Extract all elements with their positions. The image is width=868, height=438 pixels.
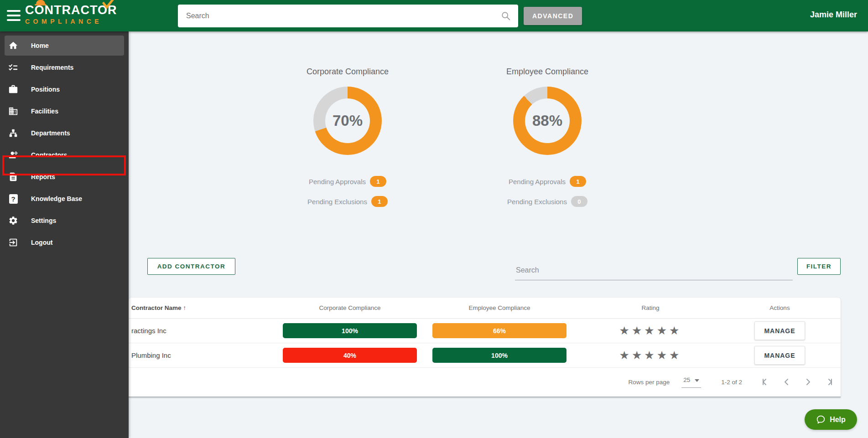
sort-ascending-icon: ↑ bbox=[183, 304, 186, 311]
table-pagination: Rows per page 25 1-2 of 2 bbox=[129, 368, 841, 396]
manage-button[interactable]: MANAGE bbox=[754, 321, 805, 340]
column-header-actions: Actions bbox=[719, 304, 841, 311]
rows-per-page-select[interactable]: 25 bbox=[681, 376, 701, 388]
checklist-icon bbox=[8, 62, 19, 73]
next-page-button[interactable] bbox=[802, 376, 813, 387]
rows-per-page-label: Rows per page bbox=[628, 379, 670, 386]
chat-bubble-icon bbox=[816, 415, 826, 424]
corporate-compliance-bar: 100% bbox=[283, 323, 417, 338]
question-icon: ? bbox=[8, 193, 19, 204]
sidebar-item-settings[interactable]: Settings bbox=[0, 210, 129, 232]
app-logo: CONTRACTOR COMPLIANCE bbox=[25, 3, 130, 25]
donut-percentage: 70% bbox=[333, 112, 363, 129]
column-header-corporate-compliance[interactable]: Corporate Compliance bbox=[283, 304, 432, 311]
sidebar-item-contractors[interactable]: Contractors bbox=[0, 144, 129, 166]
first-page-button[interactable] bbox=[760, 376, 771, 387]
pending-approvals-row: Pending Approvals 1 bbox=[479, 176, 616, 187]
column-header-employee-compliance[interactable]: Employee Compliance bbox=[432, 304, 582, 311]
user-name[interactable]: Jamie Miller bbox=[810, 10, 857, 20]
search-icon bbox=[501, 11, 511, 21]
previous-page-button[interactable] bbox=[781, 376, 792, 387]
logo-text-bottom: COMPLIANCE bbox=[25, 18, 130, 25]
column-header-contractor-name[interactable]: Contractor Name ↑ bbox=[129, 304, 283, 311]
pending-exclusions-badge[interactable]: 1 bbox=[371, 196, 388, 207]
sidebar-item-requirements[interactable]: Requirements bbox=[0, 57, 129, 78]
hamburger-menu-icon[interactable] bbox=[7, 10, 21, 21]
checkmark-icon bbox=[101, 0, 114, 10]
sidebar-item-home[interactable]: Home bbox=[0, 35, 129, 57]
sidebar-item-facilities[interactable]: Facilities bbox=[0, 100, 129, 122]
column-header-rating[interactable]: Rating bbox=[582, 304, 719, 311]
sidebar-item-reports[interactable]: Reports bbox=[0, 166, 129, 188]
filter-button[interactable]: FILTER bbox=[797, 258, 841, 275]
add-contractor-button[interactable]: ADD CONTRACTOR bbox=[147, 258, 235, 275]
manage-button[interactable]: MANAGE bbox=[754, 346, 805, 365]
pending-approvals-badge[interactable]: 1 bbox=[370, 176, 386, 187]
employee-compliance-bar: 100% bbox=[432, 348, 567, 363]
logout-icon bbox=[8, 237, 19, 248]
contractors-table: Contractor Name ↑ Corporate Compliance E… bbox=[129, 298, 841, 397]
sidebar-item-logout[interactable]: Logout bbox=[0, 232, 129, 253]
chart-title: Employee Compliance bbox=[479, 67, 616, 77]
employee-compliance-donut: 88% bbox=[513, 87, 582, 155]
app-header: CONTRACTOR COMPLIANCE ADVANCED Jamie Mil… bbox=[0, 0, 868, 31]
corporate-compliance-bar: 40% bbox=[283, 348, 417, 363]
sidebar-item-knowledge-base[interactable]: ? Knowledge Base bbox=[0, 188, 129, 210]
corporate-compliance-donut: 70% bbox=[313, 87, 382, 155]
global-search-box bbox=[178, 5, 518, 27]
employee-compliance-chart: Employee Compliance 88% Pending Approval… bbox=[479, 67, 616, 207]
global-search-input[interactable] bbox=[178, 12, 501, 20]
sidebar-item-departments[interactable]: Departments bbox=[0, 122, 129, 144]
pending-exclusions-badge[interactable]: 0 bbox=[571, 196, 587, 207]
sidebar: Home Requirements Positions Fa bbox=[0, 31, 129, 438]
home-icon bbox=[8, 40, 19, 51]
pending-approvals-row: Pending Approvals 1 bbox=[279, 176, 416, 187]
dropdown-caret-icon bbox=[695, 379, 699, 382]
rating-stars[interactable]: ★★★★★ bbox=[582, 324, 719, 337]
contractor-name[interactable]: Plumbing Inc bbox=[129, 351, 283, 359]
briefcase-icon bbox=[8, 84, 19, 95]
pending-approvals-badge[interactable]: 1 bbox=[570, 176, 586, 187]
table-row: Plumbing Inc 40% 100% ★★★★★ MANAGE bbox=[129, 343, 841, 368]
rating-stars[interactable]: ★★★★★ bbox=[582, 349, 719, 362]
employee-compliance-bar: 66% bbox=[432, 323, 567, 338]
logo-text-top: CONTRACTOR bbox=[25, 3, 130, 17]
table-row: ractings Inc 100% 66% ★★★★★ MANAGE bbox=[129, 319, 841, 343]
pending-exclusions-row: Pending Exclusions 0 bbox=[479, 196, 616, 207]
org-chart-icon bbox=[8, 128, 19, 139]
chart-title: Corporate Compliance bbox=[279, 67, 416, 77]
gear-icon bbox=[8, 215, 19, 226]
table-search-box bbox=[515, 263, 793, 280]
contractor-name[interactable]: ractings Inc bbox=[129, 327, 283, 335]
building-icon bbox=[8, 106, 19, 117]
advanced-search-button[interactable]: ADVANCED bbox=[524, 7, 582, 25]
document-icon bbox=[8, 171, 19, 182]
table-header-row: Contractor Name ↑ Corporate Compliance E… bbox=[129, 298, 841, 319]
sidebar-item-positions[interactable]: Positions bbox=[0, 78, 129, 100]
last-page-button[interactable] bbox=[823, 376, 834, 387]
corporate-compliance-chart: Corporate Compliance 70% Pending Approva… bbox=[279, 67, 416, 207]
pagination-range: 1-2 of 2 bbox=[721, 379, 742, 386]
worker-icon bbox=[8, 149, 19, 160]
donut-percentage: 88% bbox=[532, 112, 562, 129]
pending-exclusions-row: Pending Exclusions 1 bbox=[279, 196, 416, 207]
help-button[interactable]: Help bbox=[805, 409, 857, 430]
hard-hat-icon bbox=[36, 0, 45, 5]
table-search-input[interactable] bbox=[515, 263, 793, 280]
